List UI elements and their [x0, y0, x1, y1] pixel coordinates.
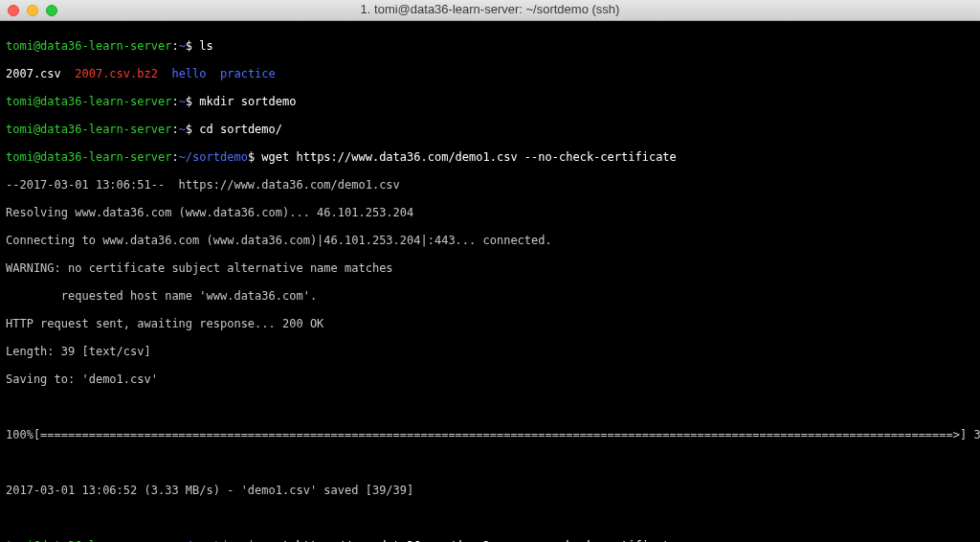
prompt-sep: :: [171, 39, 178, 53]
prompt-sep: :: [171, 123, 178, 136]
ls-spacer: [158, 67, 171, 80]
command-text: wget https://www.data36.com/demo2.csv --…: [261, 539, 676, 543]
terminal-line: 2007.csv 2007.csv.bz2 hello practice: [6, 67, 974, 81]
prompt-user: tomi@data36-learn-server: [6, 123, 171, 136]
prompt-user: tomi@data36-learn-server: [6, 39, 171, 53]
prompt-user: tomi@data36-learn-server: [6, 95, 171, 108]
window-title: 1. tomi@data36-learn-server: ~/sortdemo …: [0, 3, 980, 17]
output-line: WARNING: no certificate subject alternat…: [6, 261, 974, 276]
terminal-body[interactable]: tomi@data36-learn-server:~$ ls 2007.csv …: [0, 21, 980, 542]
blank-line: [6, 400, 974, 415]
prompt-symbol: $: [248, 539, 261, 543]
prompt-path: ~: [179, 39, 186, 53]
blank-line: [6, 511, 974, 526]
prompt-user: tomi@data36-learn-server: [6, 539, 171, 543]
output-line: --2017-03-01 13:06:51-- https://www.data…: [6, 178, 974, 192]
prompt-symbol: $: [186, 123, 199, 136]
ls-file-compressed: 2007.csv.bz2: [75, 67, 158, 80]
output-line: requested host name 'www.data36.com'.: [6, 289, 974, 304]
ls-file: 2007.csv: [6, 67, 75, 80]
output-line: Saving to: 'demo1.csv': [6, 373, 974, 387]
prompt-symbol: $: [186, 95, 199, 108]
command-text: mkdir sortdemo: [199, 95, 296, 108]
blank-line: [6, 456, 974, 470]
output-line: 2017-03-01 13:06:52 (3.33 MB/s) - 'demo1…: [6, 484, 974, 498]
prompt-sep: :: [171, 150, 178, 164]
prompt-path: ~/sortdemo: [179, 539, 248, 543]
command-text: ls: [199, 39, 212, 53]
terminal-line: tomi@data36-learn-server:~/sortdemo$ wge…: [6, 539, 974, 543]
terminal-line: tomi@data36-learn-server:~$ ls: [6, 39, 974, 54]
prompt-path: ~: [179, 95, 186, 108]
terminal-line: tomi@data36-learn-server:~$ mkdir sortde…: [6, 95, 974, 109]
prompt-path: ~/sortdemo: [179, 150, 248, 164]
output-line: HTTP request sent, awaiting response... …: [6, 317, 974, 331]
prompt-symbol: $: [248, 150, 261, 164]
prompt-sep: :: [171, 539, 178, 543]
prompt-path: ~: [179, 123, 186, 136]
terminal-line: tomi@data36-learn-server:~/sortdemo$ wge…: [6, 150, 974, 165]
prompt-user: tomi@data36-learn-server: [6, 150, 171, 164]
prompt-symbol: $: [186, 39, 199, 53]
output-line: Connecting to www.data36.com (www.data36…: [6, 234, 974, 248]
progress-line: 100%[===================================…: [6, 428, 974, 442]
window-titlebar: 1. tomi@data36-learn-server: ~/sortdemo …: [0, 0, 980, 21]
terminal-line: tomi@data36-learn-server:~$ cd sortdemo/: [6, 123, 974, 137]
ls-dir: hello practice: [171, 67, 275, 80]
output-line: Length: 39 [text/csv]: [6, 345, 974, 359]
prompt-sep: :: [171, 95, 178, 108]
command-text: cd sortdemo/: [199, 123, 282, 136]
command-text: wget https://www.data36.com/demo1.csv --…: [261, 150, 676, 164]
output-line: Resolving www.data36.com (www.data36.com…: [6, 206, 974, 220]
